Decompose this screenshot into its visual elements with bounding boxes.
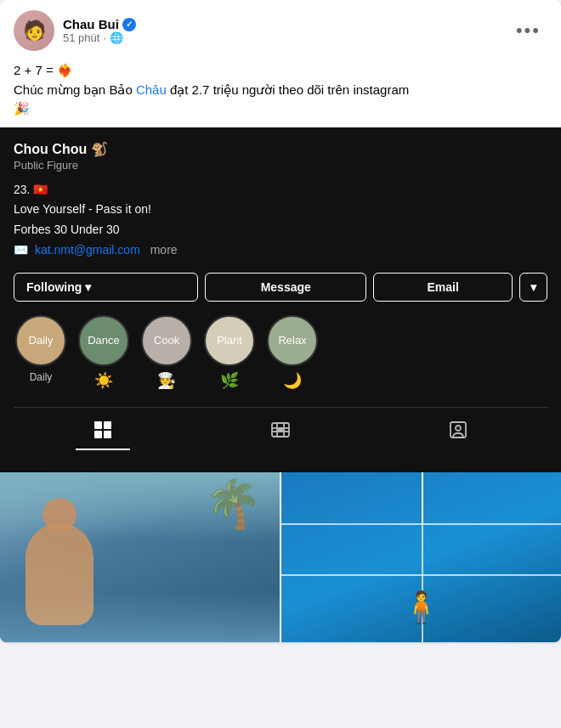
highlights-row: DailyDailyDance☀️Cook🧑‍🍳Plant🌿Relax🌙 bbox=[14, 315, 547, 392]
author-name: Chau Bui bbox=[63, 17, 119, 31]
highlight-dance[interactable]: Dance☀️ bbox=[76, 315, 131, 392]
svg-rect-3 bbox=[104, 431, 111, 438]
highlight-circle-plant: Plant bbox=[204, 315, 255, 366]
svg-rect-1 bbox=[104, 421, 111, 429]
highlight-circle-dance: Dance bbox=[78, 315, 129, 366]
post-meta: Chau Bui ✓ 51 phút · 🌐 bbox=[63, 17, 136, 44]
post-text-line3: 🎉 bbox=[14, 99, 547, 119]
highlight-cook[interactable]: Cook🧑‍🍳 bbox=[139, 315, 194, 392]
highlight-circle-cook: Cook bbox=[141, 315, 192, 366]
action-buttons: Following ▾ Message Email ▾ bbox=[14, 273, 547, 302]
net-post bbox=[422, 472, 423, 523]
tagged-name[interactable]: Châu bbox=[136, 82, 167, 97]
post-author: Chau Bui ✓ bbox=[63, 17, 136, 31]
photo-grid: 🌴 🧍 bbox=[0, 472, 561, 642]
more-options-button[interactable]: ••• bbox=[509, 16, 547, 45]
tab-grid[interactable] bbox=[76, 416, 130, 450]
person-head bbox=[42, 498, 76, 532]
post-text-line2: Chúc mừng bạn Bảo Châu đạt 2.7 triệu ngư… bbox=[14, 81, 547, 100]
svg-point-5 bbox=[278, 427, 283, 432]
bio-email-link[interactable]: kat.nmt@gmail.com bbox=[35, 243, 140, 257]
avatar-image: 🧑 bbox=[14, 10, 54, 51]
highlight-relax[interactable]: Relax🌙 bbox=[265, 315, 320, 392]
embed-bio: 23. 🇻🇳 Love Yourself - Pass it on! Forbe… bbox=[14, 180, 547, 261]
embed-category: Public Figure bbox=[14, 159, 547, 172]
palm-icon: 🌴 bbox=[204, 477, 263, 532]
post-text: 2 + 7 = ❤️‍🔥 Chúc mừng bạn Bảo Châu đạt … bbox=[0, 58, 561, 127]
bio-line3: Forbes 30 Under 30 bbox=[14, 220, 547, 240]
highlight-emoji-relax: 🌙 bbox=[283, 370, 302, 392]
time-label: 51 phút bbox=[63, 31, 99, 44]
highlight-circle-relax: Relax bbox=[267, 315, 318, 366]
post-card: 🧑 Chau Bui ✓ 51 phút · 🌐 ••• 2 + 7 = ❤️‍… bbox=[0, 0, 561, 642]
highlight-emoji-dance: ☀️ bbox=[94, 370, 113, 392]
tab-tagged[interactable] bbox=[431, 416, 485, 450]
person-figure bbox=[26, 523, 94, 625]
email-button[interactable]: Email bbox=[373, 273, 513, 302]
profile-tabs bbox=[14, 407, 547, 459]
bio-email-line: ✉️ kat.nmt@gmail.com more bbox=[14, 240, 547, 261]
post-header-left: 🧑 Chau Bui ✓ 51 phút · 🌐 bbox=[14, 10, 136, 51]
following-chevron: ▾ bbox=[85, 280, 91, 294]
tab-reels[interactable] bbox=[253, 416, 308, 450]
verified-icon: ✓ bbox=[122, 18, 136, 31]
highlight-emoji-plant: 🌿 bbox=[220, 370, 239, 392]
svg-rect-0 bbox=[94, 421, 102, 429]
highlight-emoji-daily: Daily bbox=[30, 370, 53, 385]
photo-left[interactable]: 🌴 bbox=[0, 472, 280, 642]
following-button[interactable]: Following ▾ bbox=[14, 273, 198, 302]
instagram-embed: Chou Chou 🐒 Public Figure 23. 🇻🇳 Love Yo… bbox=[0, 127, 561, 472]
privacy-icon: · 🌐 bbox=[103, 31, 122, 44]
highlight-emoji-cook: 🧑‍🍳 bbox=[157, 370, 176, 392]
post-header: 🧑 Chau Bui ✓ 51 phút · 🌐 ••• bbox=[0, 0, 561, 58]
highlight-daily[interactable]: DailyDaily bbox=[14, 315, 68, 392]
message-button[interactable]: Message bbox=[205, 273, 366, 302]
following-label: Following bbox=[26, 280, 82, 294]
photo-right[interactable]: 🧍 bbox=[281, 472, 561, 642]
bio-line1: 23. 🇻🇳 bbox=[14, 180, 547, 200]
embed-username: Chou Chou 🐒 bbox=[14, 141, 547, 157]
highlight-plant[interactable]: Plant🌿 bbox=[202, 315, 257, 392]
avatar[interactable]: 🧑 bbox=[14, 10, 54, 51]
bio-line2: Love Yourself - Pass it on! bbox=[14, 200, 547, 220]
email-icon: ✉️ bbox=[14, 243, 28, 257]
svg-rect-2 bbox=[94, 431, 102, 438]
post-time: 51 phút · 🌐 bbox=[63, 31, 136, 44]
highlight-circle-daily: Daily bbox=[15, 315, 66, 366]
more-actions-button[interactable]: ▾ bbox=[519, 273, 547, 302]
post-text-line1: 2 + 7 = ❤️‍🔥 bbox=[14, 61, 547, 81]
svg-point-7 bbox=[456, 426, 461, 431]
bio-more-link[interactable]: more bbox=[150, 243, 178, 257]
